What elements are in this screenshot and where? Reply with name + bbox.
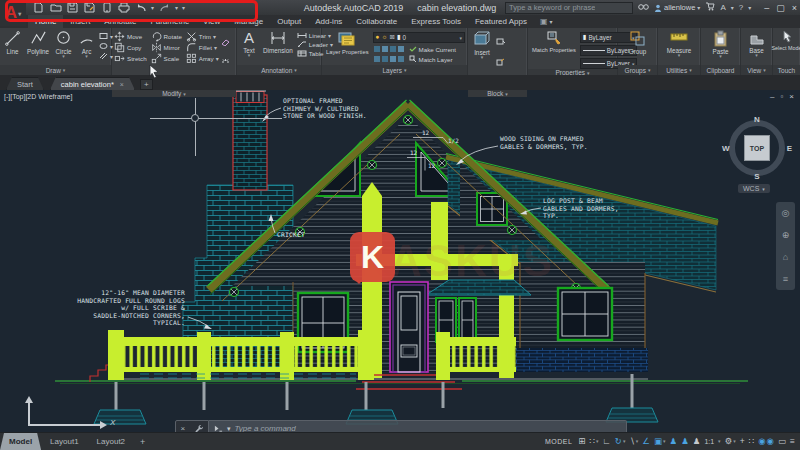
circle-button[interactable]: Circle ▾ [53, 30, 74, 58]
pan-icon[interactable]: ⊕ [782, 230, 790, 240]
help-icon[interactable]: ? [739, 4, 743, 12]
viewcube-top-face[interactable]: TOP [744, 135, 770, 161]
save-as-icon[interactable] [83, 2, 96, 14]
measure-chevron-icon[interactable]: ▾ [678, 54, 681, 57]
viewport-controls[interactable]: [-][Top][2D Wireframe] [4, 93, 72, 100]
viewcube-south[interactable]: S [754, 172, 759, 181]
scale-chevron[interactable]: ▾ [718, 439, 721, 444]
tab-addins[interactable]: Add-ins [308, 15, 349, 28]
select-mode-button[interactable]: Select Mode [770, 30, 800, 52]
snap-toggle[interactable]: ∷▾ [589, 437, 598, 446]
arc-chevron-icon[interactable]: ▾ [85, 55, 88, 58]
app-store-cart-icon[interactable] [705, 2, 715, 13]
qat-customize-icon[interactable]: ▾ [182, 4, 185, 11]
zoom-extents-icon[interactable]: ⌂ [783, 252, 788, 262]
layer-select[interactable]: ● ☼ ⊠ ▮ 0 ▾ [373, 32, 465, 43]
orbit-icon[interactable]: ≡ [783, 274, 788, 284]
mirror-button[interactable]: Mirror [151, 42, 182, 53]
viewport-restore-icon[interactable]: ▫ [780, 92, 783, 101]
stretch-button[interactable]: Stretch [114, 53, 147, 64]
new-file-icon[interactable] [32, 2, 45, 14]
layer-properties-button[interactable]: Layer Properties [324, 30, 371, 55]
user-chevron-icon[interactable]: ▾ [697, 4, 700, 11]
hatch-tool[interactable]: ▾ [99, 52, 113, 60]
new-layout-button[interactable]: + [134, 437, 151, 447]
move-button[interactable]: Move [114, 31, 147, 42]
polar-tracking-toggle[interactable]: ↻▾ [615, 437, 626, 446]
isolate-objects[interactable]: ▭ [778, 437, 786, 446]
group-button[interactable]: Group [627, 30, 649, 55]
viewcube-east[interactable]: E [787, 144, 792, 153]
layer-state-icons[interactable] [373, 55, 407, 63]
tab-parametric[interactable]: Parametric [143, 15, 196, 28]
fillet-button[interactable]: Fillet▾ [186, 42, 219, 53]
utilities-panel-label[interactable]: Utilities▾ [658, 65, 700, 75]
sign-in-control[interactable]: allenlowe ▾ [654, 3, 700, 12]
layer-color-swatch[interactable]: ▮ [397, 34, 401, 41]
tab-view[interactable]: View [196, 15, 227, 28]
insert-button[interactable]: Insert ▾ [470, 30, 494, 59]
navigation-bar[interactable]: ◎ ⊕ ⌂ ≡ [776, 202, 795, 290]
tab-home[interactable]: Home [28, 15, 63, 28]
tab-collaborate[interactable]: Collaborate [349, 15, 404, 28]
autodesk-exchange-icon[interactable]: A [720, 4, 725, 12]
block-panel-label[interactable]: Block▾ [468, 90, 527, 97]
object-snap-tracking-toggle[interactable]: ∠ [642, 437, 650, 446]
ellipse-tool[interactable]: ▾ [99, 42, 113, 50]
viewcube-west[interactable]: W [722, 144, 730, 153]
search-input[interactable]: Type a keyword or phrase [505, 2, 633, 14]
full-navigation-wheel-icon[interactable]: ◎ [782, 208, 790, 218]
base-button[interactable]: Base ▾ [747, 30, 767, 57]
web-mobile-icon[interactable] [100, 2, 113, 14]
exchange-chevron-icon[interactable]: ▾ [731, 4, 734, 11]
text-chevron-icon[interactable]: ▾ [248, 54, 251, 57]
copy-button[interactable]: Copy [114, 42, 147, 53]
tab-featured-apps[interactable]: Featured Apps [468, 15, 534, 28]
tab-express-tools[interactable]: Express Tools [404, 15, 468, 28]
quick-properties-toggle[interactable]: ∷ [749, 437, 754, 446]
base-chevron-icon[interactable]: ▾ [755, 54, 758, 57]
layer-lock-icon[interactable]: ⊠ [389, 34, 394, 41]
explode-tool[interactable] [221, 52, 230, 70]
help-chevron-icon[interactable]: ▾ [748, 4, 751, 11]
paste-chevron-icon[interactable]: ▾ [719, 55, 722, 58]
viewcube-north[interactable]: N [754, 115, 760, 124]
annotation-panel-label[interactable]: Annotation▾ [237, 65, 321, 75]
annotation-scale-person[interactable]: ♟ [693, 437, 701, 446]
file-tab-start[interactable]: Start [6, 77, 44, 90]
file-tab-cabin-elevation[interactable]: cabin elevation*× [50, 77, 135, 90]
trim-button[interactable]: Trim▾ [186, 31, 219, 42]
rotate-button[interactable]: Rotate [151, 31, 182, 42]
media-icon[interactable]: ▣ [540, 17, 548, 26]
layout-tab-layout1[interactable]: Layout1 [41, 433, 87, 450]
viewport-minimize-icon[interactable]: – [770, 92, 774, 101]
tab-output[interactable]: Output [270, 15, 308, 28]
circle-chevron-icon[interactable]: ▾ [62, 55, 65, 58]
undo-chevron-icon[interactable]: ▾ [151, 4, 154, 11]
model-space-badge[interactable]: MODEL [545, 438, 572, 445]
tab-manage[interactable]: Manage [227, 15, 270, 28]
view-panel-label[interactable]: View▾ [741, 65, 772, 75]
line-button[interactable]: Line [2, 30, 23, 55]
arc-button[interactable]: Arc ▾ [76, 30, 97, 58]
array-button[interactable]: Array▾ [186, 53, 219, 64]
maximize-button[interactable]: ▢ [776, 3, 785, 13]
groups-panel-label[interactable]: Groups▾ [618, 65, 657, 75]
layout-tab-model[interactable]: Model [0, 433, 41, 450]
dimension-button[interactable]: Dimension [261, 30, 295, 54]
tab-insert[interactable]: Insert [63, 15, 97, 28]
layer-tools-icons[interactable] [373, 45, 407, 53]
file-tab-close-icon[interactable]: × [120, 81, 124, 88]
layer-thaw-icon[interactable]: ☼ [381, 34, 387, 41]
erase-tool[interactable] [221, 32, 230, 50]
close-button[interactable]: × [792, 3, 797, 13]
make-current-button[interactable]: Make Current [409, 45, 456, 53]
ortho-toggle[interactable]: ∟ [602, 437, 610, 446]
polyline-button[interactable]: Polyline [25, 30, 51, 55]
rectangle-tool[interactable]: ▾ [99, 32, 113, 40]
edit-block-tool[interactable] [496, 52, 505, 70]
create-block-tool[interactable] [496, 32, 505, 50]
isodraft-toggle[interactable]: ∖▾ [629, 437, 638, 446]
graphics-performance[interactable]: ◉◉ [758, 437, 774, 446]
application-menu-button[interactable]: A▾ [0, 0, 26, 26]
